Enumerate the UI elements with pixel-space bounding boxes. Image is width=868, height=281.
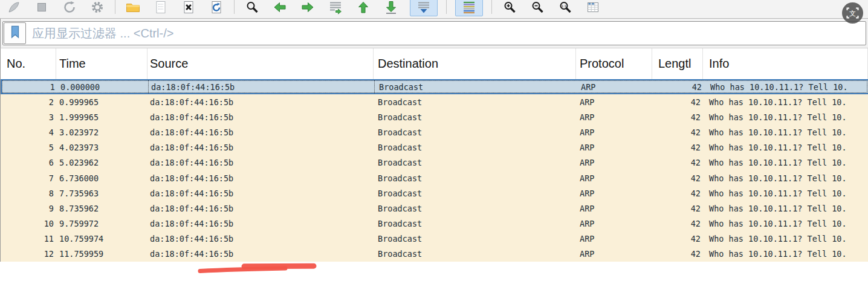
packet-row[interactable]: 20.999965da:18:0f:44:16:5bBroadcastARP42…: [1, 94, 868, 109]
toolbar-separator: [491, 0, 492, 14]
zoom-out-button[interactable]: [528, 0, 546, 16]
packet-cell-info: Who has 10.10.11.1? Tell 10.: [703, 124, 868, 140]
svg-text:1:1: 1:1: [562, 4, 567, 8]
zoom-reset-button[interactable]: 1:1: [556, 0, 574, 16]
go-to-last-packet-button[interactable]: [382, 0, 400, 16]
packet-cell-no: 11: [1, 231, 56, 247]
zoom-one-to-one-icon: 1:1: [558, 0, 572, 15]
packet-cell-length: 42: [653, 80, 704, 93]
resize-columns-button[interactable]: [584, 0, 602, 16]
column-header-destination[interactable]: Destination: [374, 48, 576, 79]
packet-cell-length: 42: [652, 216, 703, 231]
stop-capture-button[interactable]: [33, 0, 51, 16]
display-filter-box: [2, 21, 866, 45]
packet-cell-length: 42: [652, 247, 703, 262]
packet-cell-info: Who has 10.10.11.1? Tell 10.: [703, 247, 868, 262]
column-header-time[interactable]: Time: [56, 48, 147, 79]
packet-cell-source: da:18:0f:44:16:5b: [147, 109, 374, 124]
packet-cell-time: 8.735962: [56, 201, 147, 216]
binary-document-icon: [154, 0, 168, 15]
reload-circular-arrow-icon: [209, 0, 224, 15]
column-header-protocol[interactable]: Protocol: [576, 48, 652, 79]
packet-row[interactable]: 10.000000da:18:0f:44:16:5bBroadcastARP42…: [1, 79, 868, 94]
packet-cell-no: 3: [1, 109, 56, 124]
packet-cell-length: 42: [652, 231, 703, 247]
packet-cell-no: 10: [1, 216, 56, 231]
packet-cell-no: 2: [1, 94, 56, 109]
packet-row[interactable]: 54.023973da:18:0f:44:16:5bBroadcastARP42…: [1, 140, 868, 155]
wireshark-window: 1:1 No. Time Source Destination Protocol…: [0, 0, 868, 281]
zoom-in-button[interactable]: [500, 0, 519, 16]
reload-file-button[interactable]: [207, 0, 225, 16]
start-capture-button[interactable]: [5, 0, 23, 16]
column-header-no[interactable]: No.: [1, 48, 56, 79]
packet-cell-info: Who has 10.10.11.1? Tell 10.: [704, 80, 868, 93]
arrow-up-icon: [356, 0, 371, 15]
packet-cell-no: 5: [1, 140, 56, 155]
packet-cell-source: da:18:0f:44:16:5b: [147, 94, 374, 109]
column-header-info[interactable]: Info: [703, 48, 868, 79]
packet-cell-destination: Broadcast: [374, 94, 576, 109]
packet-row[interactable]: 1110.759974da:18:0f:44:16:5bBroadcastARP…: [1, 231, 868, 247]
capture-options-button[interactable]: [88, 0, 106, 16]
packet-cell-protocol: ARP: [576, 170, 652, 186]
packet-row[interactable]: 87.735963da:18:0f:44:16:5bBroadcastARP42…: [1, 186, 868, 201]
packet-cell-source: da:18:0f:44:16:5b: [149, 80, 375, 93]
packet-cell-info: Who has 10.10.11.1? Tell 10.: [703, 94, 868, 109]
find-packet-button[interactable]: [243, 0, 261, 16]
packet-cell-time: 5.023962: [56, 155, 147, 170]
packet-cell-length: 42: [652, 170, 703, 186]
packet-cell-source: da:18:0f:44:16:5b: [147, 124, 374, 140]
packet-cell-length: 42: [652, 201, 703, 216]
packet-row[interactable]: 65.023962da:18:0f:44:16:5bBroadcastARP42…: [1, 155, 868, 170]
save-file-button[interactable]: [152, 0, 170, 16]
go-to-first-packet-button[interactable]: [354, 0, 372, 16]
packet-cell-destination: Broadcast: [374, 170, 576, 186]
packet-cell-source: da:18:0f:44:16:5b: [147, 140, 374, 155]
packet-row[interactable]: 98.735962da:18:0f:44:16:5bBroadcastARP42…: [1, 201, 868, 216]
packet-cell-protocol: ARP: [576, 124, 652, 140]
packet-row[interactable]: 76.736000da:18:0f:44:16:5bBroadcastARP42…: [1, 170, 868, 186]
packet-cell-source: da:18:0f:44:16:5b: [147, 170, 374, 186]
packet-cell-no: 8: [1, 186, 56, 201]
arrow-down-to-line-icon: [384, 0, 398, 15]
shark-fin-icon: [7, 0, 21, 15]
colorize-toggle[interactable]: [455, 0, 483, 16]
packet-cell-protocol: ARP: [576, 186, 652, 201]
packet-row[interactable]: 109.759972da:18:0f:44:16:5bBroadcastARP4…: [1, 216, 868, 231]
packet-cell-no: 6: [1, 155, 56, 170]
packet-cell-time: 7.735963: [56, 186, 147, 201]
column-header-length[interactable]: Lengtl: [652, 48, 703, 79]
packet-cell-no: 1: [2, 80, 57, 93]
zoom-out-icon: [530, 0, 545, 15]
packet-cell-length: 42: [652, 155, 703, 170]
packet-row[interactable]: 31.999965da:18:0f:44:16:5bBroadcastARP42…: [1, 109, 868, 124]
auto-scroll-toggle[interactable]: [410, 0, 438, 16]
packet-cell-time: 3.023972: [56, 124, 147, 140]
packet-cell-length: 42: [652, 109, 703, 124]
toolbar-separator: [115, 0, 115, 14]
go-forward-button[interactable]: [299, 0, 317, 16]
column-header-source[interactable]: Source: [147, 48, 374, 79]
packet-cell-protocol: ARP: [576, 247, 652, 262]
packet-cell-time: 9.759972: [56, 216, 147, 231]
packet-cell-info: Who has 10.10.11.1? Tell 10.: [703, 155, 868, 170]
filter-bookmark-button[interactable]: [4, 22, 26, 44]
arrow-right-icon: [300, 0, 315, 15]
go-back-button[interactable]: [271, 0, 289, 16]
packet-cell-info: Who has 10.10.11.1? Tell 10.: [703, 140, 868, 155]
screenshot-translate-badge[interactable]: 文: [841, 2, 864, 27]
packet-cell-source: da:18:0f:44:16:5b: [147, 155, 374, 170]
open-file-button[interactable]: [124, 0, 142, 16]
packet-row[interactable]: 43.023972da:18:0f:44:16:5bBroadcastARP42…: [1, 124, 868, 140]
packet-cell-length: 42: [652, 124, 703, 140]
packet-row[interactable]: 1211.759959da:18:0f:44:16:5bBroadcastARP…: [1, 247, 868, 262]
close-file-button[interactable]: [180, 0, 198, 16]
go-to-packet-button[interactable]: [326, 0, 345, 16]
display-filter-input[interactable]: [27, 22, 866, 45]
packet-cell-time: 1.999965: [56, 109, 147, 124]
folder-icon: [125, 0, 141, 15]
main-toolbar: 1:1: [0, 0, 868, 19]
bookmark-icon: [8, 24, 22, 42]
restart-capture-button[interactable]: [60, 0, 79, 16]
